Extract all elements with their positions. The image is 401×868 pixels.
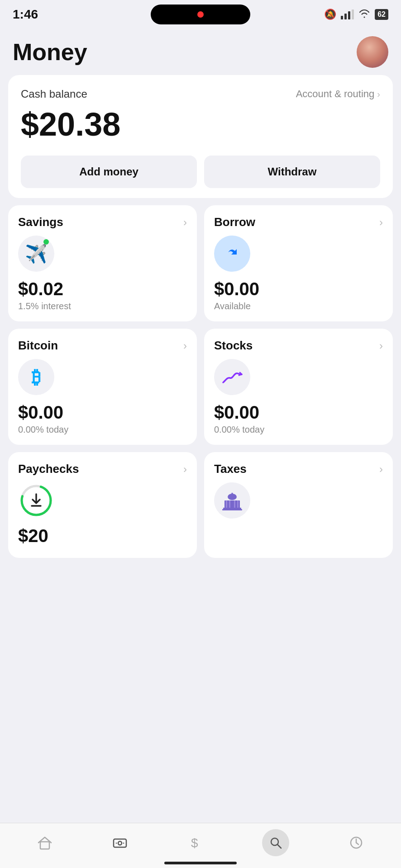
svg-rect-11 [40,842,49,849]
savings-borrow-row: Savings › ✈️ $0.02 1.5% interest Borrow … [8,205,393,321]
svg-line-21 [356,843,358,844]
government-building-icon [221,491,243,510]
bitcoin-card[interactable]: Bitcoin › ₿ $0.00 0.00% today [8,329,197,445]
pay-icon: $ [187,835,203,851]
activity-icon [348,835,364,851]
home-indicator [164,862,237,864]
account-routing-link[interactable]: Account & routing › [296,88,380,100]
borrow-card-header: Borrow › [214,215,383,229]
tab-home[interactable] [37,835,53,851]
main-content: Cash balance Account & routing › $20.38 … [0,75,401,558]
bitcoin-title: Bitcoin [18,339,58,353]
paychecks-taxes-row: Paychecks › $20 Taxes [8,452,393,558]
status-icons: 🔕 62 [324,9,388,20]
add-money-button[interactable]: Add money [21,156,197,188]
taxes-chevron-icon: › [379,463,383,476]
svg-rect-8 [237,500,239,509]
borrow-arrow-icon [223,243,241,265]
airplane-icon: ✈️ [25,243,48,264]
battery-indicator: 62 [375,9,388,20]
cash-label: Cash balance [21,88,87,100]
bitcoin-icon-wrap: ₿ [18,359,54,395]
taxes-icon [214,482,250,519]
borrow-amount: $0.00 [214,279,383,299]
svg-rect-6 [229,500,230,509]
signal-bars [341,9,354,19]
tab-pay[interactable]: $ [187,835,203,851]
stocks-chart-icon [221,368,243,386]
borrow-card[interactable]: Borrow › $0.00 Available [204,205,393,321]
savings-amount: $0.02 [18,279,187,299]
status-bar: 1:46 🔕 62 [0,0,401,27]
svg-rect-5 [226,500,227,509]
action-buttons: Add money Withdraw [21,156,380,188]
cash-card-header: Cash balance Account & routing › [21,88,380,100]
stocks-icon-wrap [214,359,250,395]
cash-balance-card: Cash balance Account & routing › $20.38 … [8,75,393,198]
withdraw-button[interactable]: Withdraw [204,156,380,188]
paychecks-amount: $20 [18,526,187,546]
paychecks-card-header: Paychecks › [18,462,187,476]
svg-point-13 [118,841,122,845]
svg-line-18 [277,844,281,848]
svg-rect-10 [222,509,242,510]
borrow-sub: Available [214,301,383,311]
taxes-card[interactable]: Taxes › [204,452,393,558]
svg-rect-7 [234,500,235,509]
savings-interest: 1.5% interest [18,301,187,311]
paychecks-icon [18,482,54,519]
page-title: Money [13,38,87,66]
savings-title: Savings [18,215,63,229]
taxes-title: Taxes [214,462,247,476]
avatar[interactable] [357,36,388,68]
bitcoin-chevron-icon: › [183,340,187,352]
dynamic-island [151,5,250,24]
stocks-card[interactable]: Stocks › $0.00 0.00% today [204,329,393,445]
savings-card-header: Savings › [18,215,187,229]
savings-card[interactable]: Savings › ✈️ $0.02 1.5% interest [8,205,197,321]
stocks-card-header: Stocks › [214,339,383,353]
stocks-amount: $0.00 [214,402,383,423]
mute-icon: 🔕 [324,9,336,20]
search-icon [268,835,283,850]
bitcoin-amount: $0.00 [18,402,187,423]
paychecks-card[interactable]: Paychecks › $20 [8,452,197,558]
tab-bar: $ [0,823,401,868]
paychecks-title: Paychecks [18,462,79,476]
chevron-right-icon: › [377,89,380,99]
borrow-icon [214,236,250,272]
taxes-card-header: Taxes › [214,462,383,476]
paychecks-progress-icon [18,482,54,519]
home-icon [37,835,53,851]
record-dot [197,11,204,18]
page-header: Money [0,27,401,75]
paychecks-chevron-icon: › [183,463,187,476]
savings-dot [43,239,49,245]
wifi-icon [358,9,370,20]
search-active-bg [262,829,289,856]
bitcoin-stocks-row: Bitcoin › ₿ $0.00 0.00% today Stocks › $… [8,329,393,445]
svg-rect-9 [223,508,241,509]
svg-text:$: $ [191,836,198,850]
bitcoin-sub: 0.00% today [18,425,187,435]
tab-search[interactable] [262,829,289,856]
status-time: 1:46 [13,7,38,22]
money-icon [112,835,128,851]
stocks-chevron-icon: › [379,340,383,352]
borrow-chevron-icon: › [379,216,383,229]
savings-icon: ✈️ [18,236,54,272]
cash-amount: $20.38 [21,106,380,143]
svg-rect-3 [232,493,233,497]
stocks-title: Stocks [214,339,253,353]
savings-chevron-icon: › [183,216,187,229]
bitcoin-card-header: Bitcoin › [18,339,187,353]
borrow-title: Borrow [214,215,255,229]
bitcoin-icon: ₿ [32,367,41,388]
tab-money[interactable] [112,835,128,851]
svg-rect-12 [114,839,126,847]
tab-activity[interactable] [348,835,364,851]
stocks-sub: 0.00% today [214,425,383,435]
